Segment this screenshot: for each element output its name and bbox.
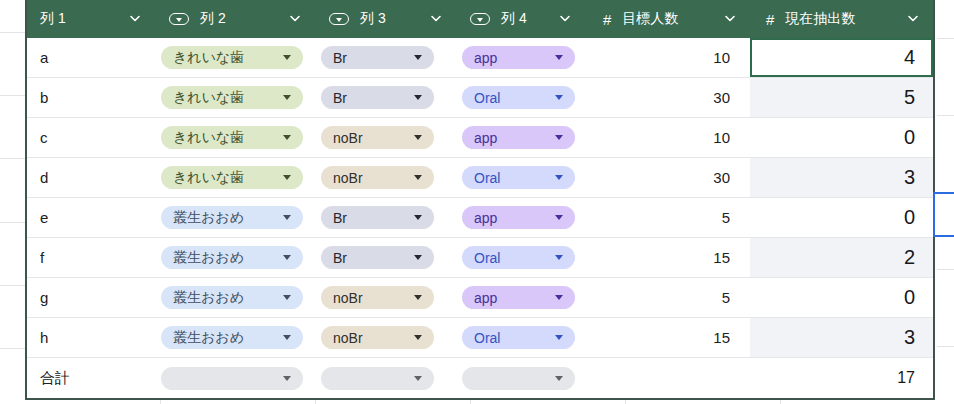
cell-col4: Oral bbox=[456, 318, 585, 357]
dropdown-chip[interactable]: きれいな歯 bbox=[161, 46, 303, 69]
header-col-3[interactable]: 列 3 bbox=[315, 0, 456, 38]
chip-label: noBr bbox=[333, 130, 363, 146]
cell-row-label[interactable]: a bbox=[27, 38, 155, 77]
dropdown-chip[interactable]: Oral bbox=[462, 326, 575, 349]
cell-target[interactable]: 5 bbox=[585, 198, 750, 237]
cell-col3: noBr bbox=[315, 318, 456, 357]
dropdown-chip[interactable]: 叢生おおめ bbox=[161, 286, 303, 309]
dropdown-chip[interactable]: Oral bbox=[462, 246, 575, 269]
dropdown-chip[interactable]: Oral bbox=[462, 166, 575, 189]
chip-label: Oral bbox=[474, 250, 500, 266]
cell-current[interactable]: 2 bbox=[750, 238, 933, 277]
chip-caret-icon bbox=[283, 376, 291, 381]
dropdown-chip[interactable]: Br bbox=[321, 46, 434, 69]
dropdown-chip[interactable]: きれいな歯 bbox=[161, 86, 303, 109]
cell-col2: きれいな歯 bbox=[155, 38, 315, 77]
cell-target[interactable]: 15 bbox=[585, 238, 750, 277]
cell-row-label[interactable]: f bbox=[27, 238, 155, 277]
chip-label: Oral bbox=[474, 90, 500, 106]
chevron-down-icon[interactable] bbox=[129, 15, 141, 23]
cell-target[interactable]: 5 bbox=[585, 278, 750, 317]
grid-line bbox=[0, 32, 25, 33]
dropdown-chip[interactable]: きれいな歯 bbox=[161, 126, 303, 149]
cell-target[interactable]: 10 bbox=[585, 38, 750, 77]
dropdown-chip[interactable]: Oral bbox=[462, 86, 575, 109]
chip-label: app bbox=[474, 50, 497, 66]
cell-target[interactable]: 15 bbox=[585, 318, 750, 357]
dropdown-chip[interactable]: noBr bbox=[321, 126, 434, 149]
dropdown-chip[interactable]: 叢生おおめ bbox=[161, 246, 303, 269]
dropdown-chip-empty[interactable] bbox=[161, 367, 303, 390]
cell-row-label[interactable]: h bbox=[27, 318, 155, 357]
chip-label: app bbox=[474, 210, 497, 226]
chip-label: きれいな歯 bbox=[173, 49, 244, 67]
chevron-down-icon[interactable] bbox=[559, 15, 571, 23]
cell-col4: Oral bbox=[456, 158, 585, 197]
chip-label: 叢生おおめ bbox=[173, 329, 244, 347]
cell-col2: 叢生おおめ bbox=[155, 198, 315, 237]
chip-caret-icon bbox=[555, 175, 563, 180]
chevron-down-icon[interactable] bbox=[907, 15, 919, 23]
dropdown-chip[interactable]: きれいな歯 bbox=[161, 166, 303, 189]
footer-label[interactable]: 合計 bbox=[27, 358, 155, 398]
dropdown-chip[interactable]: app bbox=[462, 46, 575, 69]
cell-col2: 叢生おおめ bbox=[155, 318, 315, 357]
dropdown-chip-empty[interactable] bbox=[321, 367, 434, 390]
cell-row-label[interactable]: c bbox=[27, 118, 155, 157]
cell-row-label[interactable]: g bbox=[27, 278, 155, 317]
cell-target[interactable]: 30 bbox=[585, 158, 750, 197]
table-footer-row: 合計 17 bbox=[27, 358, 933, 398]
dropdown-chip[interactable]: app bbox=[462, 206, 575, 229]
cell-col4: Oral bbox=[456, 78, 585, 117]
dropdown-chip[interactable]: app bbox=[462, 126, 575, 149]
chip-label: きれいな歯 bbox=[173, 129, 244, 147]
header-col-4[interactable]: 列 4 bbox=[456, 0, 585, 38]
chip-caret-icon bbox=[283, 215, 291, 220]
cell-col4: app bbox=[456, 198, 585, 237]
dropdown-chip[interactable]: app bbox=[462, 286, 575, 309]
cell-current[interactable]: 3 bbox=[750, 318, 933, 357]
dropdown-chip[interactable]: Br bbox=[321, 86, 434, 109]
dropdown-chip[interactable]: noBr bbox=[321, 326, 434, 349]
cell-col3: Br bbox=[315, 38, 456, 77]
cell-current[interactable]: 0 bbox=[750, 198, 933, 237]
cell-target[interactable]: 30 bbox=[585, 78, 750, 117]
cell-col4: app bbox=[456, 118, 585, 157]
chevron-down-icon[interactable] bbox=[430, 15, 442, 23]
cell-row-label[interactable]: b bbox=[27, 78, 155, 117]
chevron-down-icon[interactable] bbox=[724, 15, 736, 23]
dropdown-chip[interactable]: noBr bbox=[321, 166, 434, 189]
cell-target[interactable]: 10 bbox=[585, 118, 750, 157]
header-col-target[interactable]: # 目標人数 bbox=[585, 0, 750, 38]
cell-col4: app bbox=[456, 278, 585, 317]
dropdown-chip[interactable]: noBr bbox=[321, 286, 434, 309]
cell-current[interactable]: 0 bbox=[750, 118, 933, 157]
dropdown-chip[interactable]: 叢生おおめ bbox=[161, 206, 303, 229]
cell-target-empty[interactable] bbox=[585, 358, 750, 398]
chip-label: noBr bbox=[333, 290, 363, 306]
grid-line bbox=[937, 115, 954, 116]
dropdown-chip[interactable]: Br bbox=[321, 246, 434, 269]
cell-current[interactable]: 3 bbox=[750, 158, 933, 197]
cell-current[interactable]: 5 bbox=[750, 78, 933, 117]
cell-row-label[interactable]: e bbox=[27, 198, 155, 237]
header-col-2[interactable]: 列 2 bbox=[155, 0, 315, 38]
cell-current[interactable]: 0 bbox=[750, 278, 933, 317]
cell-col4 bbox=[456, 358, 585, 398]
cell-current-total[interactable]: 17 bbox=[750, 358, 933, 398]
cell-col2: きれいな歯 bbox=[155, 158, 315, 197]
dropdown-chip[interactable]: Br bbox=[321, 206, 434, 229]
table-row: h 叢生おおめ noBr Oral 15 3 bbox=[27, 318, 933, 358]
header-col-target-label: 目標人数 bbox=[622, 10, 678, 28]
chip-label: Br bbox=[333, 250, 347, 266]
cell-current-selected[interactable]: 4 bbox=[750, 38, 933, 77]
cell-row-label[interactable]: d bbox=[27, 158, 155, 197]
cell-col3: Br bbox=[315, 78, 456, 117]
header-col-current[interactable]: # 現在抽出数 bbox=[750, 0, 933, 38]
header-col-1[interactable]: 列 1 bbox=[27, 0, 155, 38]
chevron-down-icon[interactable] bbox=[289, 15, 301, 23]
dropdown-chip-empty[interactable] bbox=[462, 367, 575, 390]
chip-caret-icon bbox=[283, 295, 291, 300]
chip-caret-icon bbox=[414, 335, 422, 340]
dropdown-chip[interactable]: 叢生おおめ bbox=[161, 326, 303, 349]
